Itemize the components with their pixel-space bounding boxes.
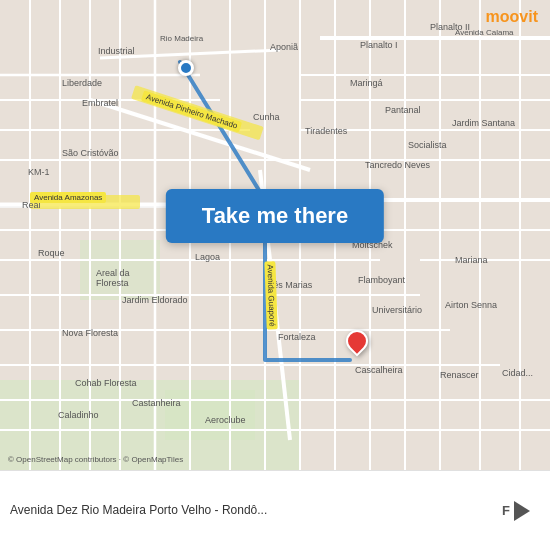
avenue-amazonas-label: Avenida Amazonas bbox=[30, 192, 106, 203]
address-text: Avenida Dez Rio Madeira Porto Velho - Ro… bbox=[10, 502, 496, 519]
svg-rect-3 bbox=[165, 390, 255, 440]
avenue-guapore-label: Avenida Guaporé bbox=[264, 261, 277, 329]
osm-credit: © OpenStreetMap contributors · © OpenMap… bbox=[8, 455, 183, 464]
bottom-address-area: Avenida Dez Rio Madeira Porto Velho - Ro… bbox=[10, 502, 496, 519]
origin-marker bbox=[178, 60, 194, 76]
app: Planalto II Planalto I Avenida Calama Ap… bbox=[0, 0, 550, 550]
take-me-there-button[interactable]: Take me there bbox=[166, 189, 384, 243]
map-container: Planalto II Planalto I Avenida Calama Ap… bbox=[0, 0, 550, 470]
destination-initial: F bbox=[502, 503, 510, 518]
moovit-logo: moovit bbox=[486, 8, 538, 26]
destination-marker bbox=[346, 330, 368, 352]
arrow-right-icon bbox=[514, 501, 530, 521]
navigate-arrow-button[interactable]: F bbox=[496, 491, 536, 531]
bottom-bar: Avenida Dez Rio Madeira Porto Velho - Ro… bbox=[0, 470, 550, 550]
